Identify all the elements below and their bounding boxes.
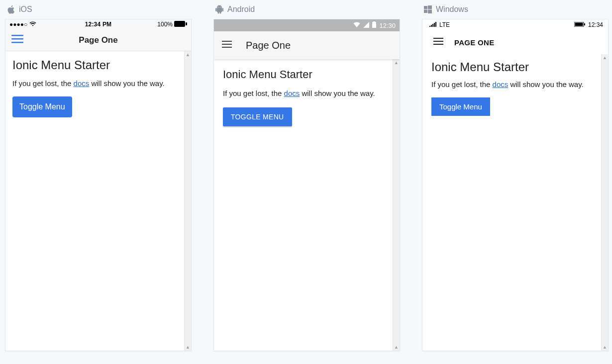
svg-rect-2 — [11, 35, 23, 36]
platform-label-android: Android — [215, 5, 400, 14]
nav-bar: Page One — [214, 31, 400, 59]
scroll-down-icon: ▲ — [185, 344, 191, 351]
svg-rect-18 — [432, 24, 433, 27]
android-icon — [215, 5, 223, 14]
svg-rect-26 — [433, 44, 443, 45]
toggle-menu-button[interactable]: Toggle Menu — [431, 97, 490, 116]
windows-icon — [424, 5, 432, 13]
svg-rect-11 — [222, 47, 232, 48]
svg-rect-24 — [433, 38, 443, 39]
content-text: will show you the way. — [89, 79, 164, 88]
status-time: 12:34 PM — [85, 21, 112, 28]
svg-rect-12 — [424, 6, 427, 9]
content-paragraph: If you get lost, the docs will show you … — [12, 79, 184, 88]
content-heading: Ionic Menu Starter — [12, 58, 184, 72]
svg-rect-7 — [372, 22, 376, 28]
status-carrier: LTE — [439, 21, 450, 28]
nav-bar: PAGE ONE — [422, 30, 608, 54]
device-windows: LTE 12:34 PAGE ONE Ionic Menu Starter — [422, 19, 609, 351]
svg-rect-0 — [174, 21, 185, 27]
svg-rect-13 — [428, 5, 432, 9]
toggle-menu-button[interactable]: TOGGLE MENU — [223, 107, 292, 126]
page-content: Ionic Menu Starter If you get lost, the … — [5, 51, 191, 124]
content-heading: Ionic Menu Starter — [223, 68, 391, 81]
signal-dots-icon: ●●●●○ — [9, 21, 27, 28]
wifi-icon — [29, 21, 36, 28]
status-bar: 12:30 — [214, 19, 400, 31]
battery-icon — [574, 21, 585, 28]
status-battery-pct: 100% — [157, 21, 173, 28]
signal-icon — [429, 21, 436, 28]
page-content: Ionic Menu Starter If you get lost, the … — [422, 54, 608, 122]
scrollbar-vertical[interactable]: ▲ ▲ — [393, 59, 400, 351]
device-android: 12:30 Page One Ionic Menu Starter If you… — [213, 19, 400, 351]
platform-label-windows: Windows — [424, 5, 609, 14]
status-bar: LTE 12:34 — [422, 19, 608, 30]
battery-icon — [372, 21, 376, 29]
svg-rect-14 — [424, 10, 427, 13]
hamburger-icon — [433, 38, 443, 45]
svg-rect-1 — [186, 22, 187, 25]
toggle-menu-button[interactable]: Toggle Menu — [12, 96, 72, 117]
hamburger-icon — [222, 41, 232, 48]
scroll-up-icon: ▲ — [393, 59, 400, 66]
svg-rect-19 — [434, 23, 435, 27]
svg-rect-8 — [373, 21, 375, 22]
svg-point-6 — [220, 6, 221, 7]
platform-label-text: Windows — [436, 5, 468, 14]
menu-button[interactable] — [5, 35, 29, 46]
hamburger-icon — [11, 35, 23, 44]
signal-icon — [363, 22, 369, 29]
svg-point-5 — [218, 6, 218, 7]
content-text: will show you the way. — [300, 89, 375, 97]
svg-rect-22 — [575, 23, 583, 26]
content-text: If you get lost, the — [431, 80, 493, 89]
scrollbar-vertical[interactable]: ▲ ▲ — [601, 54, 608, 351]
content-text: If you get lost, the — [223, 89, 284, 97]
svg-rect-4 — [11, 42, 23, 43]
page-title: PAGE ONE — [454, 38, 494, 47]
scroll-up-icon: ▲ — [602, 54, 608, 61]
menu-button[interactable] — [218, 37, 236, 54]
svg-rect-16 — [429, 26, 430, 27]
page-title: Page One — [79, 35, 117, 45]
svg-rect-25 — [433, 41, 443, 42]
content-paragraph: If you get lost, the docs will show you … — [223, 89, 391, 97]
status-time: 12:30 — [379, 22, 396, 29]
page-title: Page One — [246, 40, 291, 51]
svg-rect-23 — [584, 23, 585, 25]
svg-rect-10 — [222, 44, 232, 45]
content-heading: Ionic Menu Starter — [431, 60, 599, 74]
device-ios: ●●●●○ 12:34 PM 100% Page One — [5, 19, 192, 351]
page-content: Ionic Menu Starter If you get lost, the … — [214, 59, 400, 135]
menu-button[interactable] — [426, 34, 450, 51]
scroll-up-icon: ▲ — [185, 51, 191, 58]
svg-rect-15 — [428, 10, 432, 14]
nav-bar: Page One — [5, 29, 191, 51]
docs-link[interactable]: docs — [493, 80, 509, 89]
scroll-down-icon: ▲ — [602, 344, 608, 351]
content-paragraph: If you get lost, the docs will show you … — [431, 80, 599, 89]
scrollbar-vertical[interactable]: ▲ ▲ — [184, 51, 191, 351]
battery-icon — [174, 21, 187, 28]
content-text: If you get lost, the — [12, 79, 74, 88]
svg-rect-9 — [222, 41, 232, 42]
platform-label-ios: iOS — [7, 5, 192, 14]
apple-icon — [7, 5, 15, 14]
svg-rect-20 — [435, 22, 436, 27]
content-text: will show you the way. — [508, 80, 583, 89]
docs-link[interactable]: docs — [74, 79, 90, 88]
wifi-icon — [353, 22, 360, 29]
docs-link[interactable]: docs — [284, 89, 300, 97]
status-time: 12:34 — [588, 21, 603, 28]
scroll-down-icon: ▲ — [393, 344, 400, 351]
status-bar: ●●●●○ 12:34 PM 100% — [5, 19, 191, 29]
svg-rect-3 — [11, 38, 23, 40]
platform-label-text: Android — [227, 5, 255, 14]
platform-label-text: iOS — [19, 5, 32, 14]
svg-rect-17 — [431, 25, 432, 27]
